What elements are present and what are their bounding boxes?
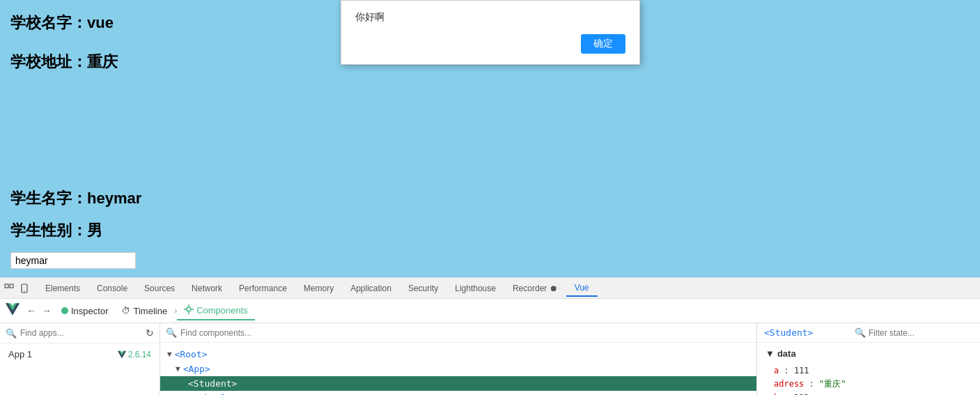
components-label: Components <box>196 305 248 316</box>
tree-student[interactable]: <Student> <box>160 376 756 391</box>
svg-rect-1 <box>10 284 13 288</box>
input-row <box>0 247 980 277</box>
find-components-search: 🔍 <box>160 323 756 343</box>
timeline-label: Timeline <box>133 306 167 316</box>
tab-security[interactable]: Security <box>400 281 446 296</box>
alert-confirm-button[interactable]: 确定 <box>581 34 625 54</box>
inspector-dot-icon <box>61 307 68 314</box>
tab-network[interactable]: Network <box>183 281 231 296</box>
data-colon-a: : <box>784 366 793 375</box>
filter-state-input[interactable] <box>869 328 973 338</box>
inspect-icon[interactable] <box>3 283 15 294</box>
search-icon-right: 🔍 <box>855 327 866 338</box>
inspector-label: Inspector <box>71 306 108 316</box>
vue-logo <box>6 303 20 319</box>
tab-inspector[interactable]: Inspector <box>54 303 115 319</box>
component-tree: ▼ <Root> ▼ <App> <Student> <School> <box>160 343 756 395</box>
data-value-adress: "重庆" <box>819 379 846 389</box>
refresh-button[interactable]: ↻ <box>146 327 154 339</box>
tab-application[interactable]: Application <box>342 281 400 296</box>
tab-lighthouse[interactable]: Lighthouse <box>446 281 504 296</box>
data-key-adress: adress <box>774 379 804 389</box>
component-title: <Student> <box>764 327 813 338</box>
right-header: <Student> 🔍 <box>757 323 980 343</box>
tab-sources[interactable]: Sources <box>136 281 183 296</box>
tab-vue[interactable]: Vue <box>566 280 598 297</box>
data-row-b: b : 222 <box>765 392 972 395</box>
tab-timeline[interactable]: ⏱ Timeline <box>115 303 174 319</box>
tree-school[interactable]: <School> <box>160 391 756 395</box>
data-section: ▼ data a : 111 adress : "重庆" b : 222 <box>757 343 980 395</box>
alert-dialog: 你好啊 确定 <box>341 0 640 65</box>
devtools-browser-tabs: Elements Console Sources Network Perform… <box>0 278 980 299</box>
timeline-icon: ⏱ <box>122 306 130 316</box>
tab-memory[interactable]: Memory <box>295 281 342 296</box>
right-panel: <Student> 🔍 ▼ data a : 111 adress <box>757 323 980 395</box>
tree-arrow-app: ▼ <box>176 364 180 373</box>
tab-recorder[interactable]: Recorder ⏺ <box>504 281 566 296</box>
tree-app-label: <App> <box>183 364 210 374</box>
alert-message: 你好啊 <box>355 11 625 24</box>
tree-arrow-root: ▼ <box>167 350 172 359</box>
app-1-item[interactable]: App 1 2.6.14 <box>0 343 160 365</box>
tab-elements[interactable]: Elements <box>37 281 88 296</box>
find-apps-search: 🔍 ↻ <box>0 323 160 343</box>
student-gender: 学生性别：男 <box>0 215 980 247</box>
forward-button[interactable]: → <box>39 304 54 318</box>
vue-devtools-bar: ← → Inspector ⏱ Timeline › Components <box>0 299 980 323</box>
app-name: App 1 <box>8 349 32 359</box>
data-header-label: data <box>777 348 796 359</box>
tab-console[interactable]: Console <box>88 281 136 296</box>
data-collapse-arrow: ▼ <box>765 348 775 359</box>
app-version: 2.6.14 <box>118 350 151 359</box>
tree-app[interactable]: ▼ <App> <box>160 362 756 376</box>
middle-panel: 🔍 ▼ <Root> ▼ <App> <Student> <School> <box>160 323 757 395</box>
data-row-a: a : 111 <box>765 364 972 377</box>
tab-performance[interactable]: Performance <box>231 281 295 296</box>
tree-root-label: <Root> <box>175 349 208 359</box>
version-text: 2.6.14 <box>128 350 151 359</box>
svg-rect-0 <box>5 284 8 288</box>
find-components-input[interactable] <box>180 328 751 338</box>
tab-components[interactable]: Components <box>177 302 255 320</box>
data-row-adress: adress : "重庆" <box>765 377 972 392</box>
svg-point-4 <box>187 307 191 311</box>
student-name: 学生名字：heymar <box>0 181 980 215</box>
search-icon: 🔍 <box>6 328 17 339</box>
devtools-panel: Elements Console Sources Network Perform… <box>0 277 980 395</box>
heymar-input[interactable] <box>10 252 136 269</box>
components-icon <box>184 304 194 316</box>
back-button[interactable]: ← <box>24 304 39 318</box>
search-icon-middle: 🔍 <box>166 327 177 338</box>
tree-root[interactable]: ▼ <Root> <box>160 347 756 362</box>
devtools-main-content: 🔍 ↻ App 1 2.6.14 🔍 ▼ <Root> <box>0 323 980 395</box>
data-value-a: 111 <box>794 366 809 375</box>
data-colon-adress: : <box>809 379 819 389</box>
left-panel: 🔍 ↻ App 1 2.6.14 <box>0 323 160 395</box>
data-header[interactable]: ▼ data <box>765 348 972 359</box>
data-key-a: a <box>774 366 779 375</box>
right-search: 🔍 <box>855 327 973 338</box>
tree-student-label: <Student> <box>188 378 237 389</box>
svg-point-3 <box>24 291 25 292</box>
mobile-icon[interactable] <box>19 283 30 294</box>
find-apps-input[interactable] <box>20 328 142 338</box>
